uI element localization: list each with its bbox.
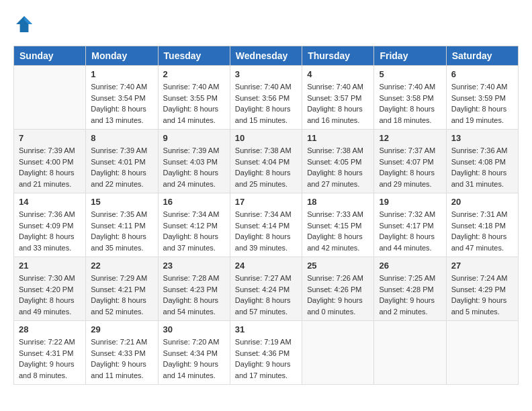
daylight-text: Daylight: 9 hours and 8 minutes. — [19, 359, 81, 381]
daylight-text: Daylight: 9 hours and 5 minutes. — [451, 295, 513, 317]
calendar-table: SundayMondayTuesdayWednesdayThursdayFrid… — [13, 46, 519, 385]
sunset-text: Sunset: 3:58 PM — [379, 93, 441, 104]
sunset-text: Sunset: 4:05 PM — [307, 156, 369, 168]
daylight-text: Daylight: 8 hours and 19 minutes. — [451, 103, 513, 126]
day-info: Sunrise: 7:38 AMSunset: 4:04 PMDaylight:… — [235, 145, 297, 189]
day-info: Sunrise: 7:40 AMSunset: 3:56 PMDaylight:… — [235, 81, 297, 126]
sunset-text: Sunset: 4:11 PM — [91, 220, 152, 232]
sunrise-text: Sunrise: 7:39 AM — [163, 145, 225, 156]
day-number: 22 — [91, 261, 152, 271]
sunset-text: Sunset: 4:14 PM — [235, 220, 297, 232]
calendar-week-row: 28Sunrise: 7:22 AMSunset: 4:31 PMDayligh… — [14, 321, 519, 385]
day-info: Sunrise: 7:34 AMSunset: 4:14 PMDaylight:… — [235, 209, 297, 253]
sunrise-text: Sunrise: 7:40 AM — [379, 81, 441, 93]
day-info: Sunrise: 7:40 AMSunset: 3:59 PMDaylight:… — [451, 81, 513, 126]
day-info: Sunrise: 7:40 AMSunset: 3:55 PMDaylight:… — [163, 81, 225, 126]
day-info: Sunrise: 7:35 AMSunset: 4:11 PMDaylight:… — [91, 209, 152, 253]
sunset-text: Sunset: 4:04 PM — [235, 156, 297, 168]
daylight-text: Daylight: 8 hours and 27 minutes. — [307, 167, 369, 189]
day-number: 30 — [163, 324, 225, 334]
logo — [13, 13, 38, 35]
calendar-cell: 18Sunrise: 7:33 AMSunset: 4:15 PMDayligh… — [302, 193, 374, 257]
sunset-text: Sunset: 3:59 PM — [451, 93, 513, 104]
calendar-cell: 2Sunrise: 7:40 AMSunset: 3:55 PMDaylight… — [158, 66, 230, 130]
daylight-text: Daylight: 8 hours and 21 minutes. — [19, 167, 81, 189]
day-number: 2 — [163, 69, 225, 79]
daylight-text: Daylight: 8 hours and 13 minutes. — [91, 103, 152, 126]
day-number: 1 — [91, 69, 152, 79]
day-info: Sunrise: 7:40 AMSunset: 3:57 PMDaylight:… — [307, 81, 369, 126]
day-number: 4 — [307, 69, 369, 79]
day-number: 12 — [379, 133, 441, 143]
daylight-text: Daylight: 8 hours and 25 minutes. — [235, 167, 297, 189]
day-number: 13 — [451, 133, 513, 143]
day-info: Sunrise: 7:21 AMSunset: 4:33 PMDaylight:… — [91, 336, 152, 381]
day-info: Sunrise: 7:30 AMSunset: 4:20 PMDaylight:… — [19, 273, 81, 317]
calendar-cell: 23Sunrise: 7:28 AMSunset: 4:23 PMDayligh… — [158, 257, 230, 321]
daylight-text: Daylight: 8 hours and 49 minutes. — [19, 295, 81, 317]
weekday-header: Monday — [86, 46, 158, 66]
calendar-cell: 17Sunrise: 7:34 AMSunset: 4:14 PMDayligh… — [230, 193, 302, 257]
day-info: Sunrise: 7:32 AMSunset: 4:17 PMDaylight:… — [379, 209, 441, 253]
sunset-text: Sunset: 4:00 PM — [19, 156, 81, 168]
day-info: Sunrise: 7:20 AMSunset: 4:34 PMDaylight:… — [163, 336, 225, 381]
sunset-text: Sunset: 4:18 PM — [451, 220, 513, 232]
sunrise-text: Sunrise: 7:22 AM — [19, 336, 81, 348]
day-number: 29 — [91, 324, 152, 334]
daylight-text: Daylight: 8 hours and 16 minutes. — [307, 103, 369, 126]
day-number: 7 — [19, 133, 81, 143]
day-number: 31 — [235, 324, 297, 334]
calendar-cell: 3Sunrise: 7:40 AMSunset: 3:56 PMDaylight… — [230, 66, 302, 130]
calendar-cell — [302, 321, 374, 385]
sunset-text: Sunset: 4:29 PM — [451, 284, 513, 295]
daylight-text: Daylight: 9 hours and 17 minutes. — [235, 359, 297, 381]
sunset-text: Sunset: 4:21 PM — [91, 284, 152, 295]
weekday-header: Tuesday — [158, 46, 230, 66]
day-number: 3 — [235, 69, 297, 79]
calendar-cell: 30Sunrise: 7:20 AMSunset: 4:34 PMDayligh… — [158, 321, 230, 385]
daylight-text: Daylight: 8 hours and 33 minutes. — [19, 231, 81, 253]
sunrise-text: Sunrise: 7:20 AM — [163, 336, 225, 348]
day-number: 26 — [379, 261, 441, 271]
calendar-cell: 28Sunrise: 7:22 AMSunset: 4:31 PMDayligh… — [14, 321, 86, 385]
day-info: Sunrise: 7:19 AMSunset: 4:36 PMDaylight:… — [235, 336, 297, 381]
day-number: 19 — [379, 197, 441, 207]
day-number: 27 — [451, 261, 513, 271]
sunrise-text: Sunrise: 7:39 AM — [19, 145, 81, 156]
sunrise-text: Sunrise: 7:24 AM — [451, 273, 513, 284]
calendar-cell: 22Sunrise: 7:29 AMSunset: 4:21 PMDayligh… — [86, 257, 158, 321]
weekday-header: Saturday — [446, 46, 518, 66]
day-info: Sunrise: 7:36 AMSunset: 4:08 PMDaylight:… — [451, 145, 513, 189]
day-info: Sunrise: 7:25 AMSunset: 4:28 PMDaylight:… — [379, 273, 441, 317]
daylight-text: Daylight: 8 hours and 15 minutes. — [235, 103, 297, 126]
day-number: 23 — [163, 261, 225, 271]
daylight-text: Daylight: 8 hours and 35 minutes. — [91, 231, 152, 253]
day-number: 14 — [19, 197, 81, 207]
calendar-cell: 27Sunrise: 7:24 AMSunset: 4:29 PMDayligh… — [446, 257, 518, 321]
calendar-cell: 24Sunrise: 7:27 AMSunset: 4:24 PMDayligh… — [230, 257, 302, 321]
daylight-text: Daylight: 8 hours and 54 minutes. — [163, 295, 225, 317]
sunset-text: Sunset: 4:20 PM — [19, 284, 81, 295]
day-info: Sunrise: 7:40 AMSunset: 3:54 PMDaylight:… — [91, 81, 152, 126]
day-number: 6 — [451, 69, 513, 79]
calendar-cell — [374, 321, 446, 385]
sunset-text: Sunset: 4:36 PM — [235, 348, 297, 359]
day-number: 15 — [91, 197, 152, 207]
calendar-cell: 29Sunrise: 7:21 AMSunset: 4:33 PMDayligh… — [86, 321, 158, 385]
calendar-cell: 21Sunrise: 7:30 AMSunset: 4:20 PMDayligh… — [14, 257, 86, 321]
sunrise-text: Sunrise: 7:21 AM — [91, 336, 152, 348]
calendar-cell: 31Sunrise: 7:19 AMSunset: 4:36 PMDayligh… — [230, 321, 302, 385]
daylight-text: Daylight: 8 hours and 29 minutes. — [379, 167, 441, 189]
daylight-text: Daylight: 9 hours and 11 minutes. — [91, 359, 152, 381]
sunrise-text: Sunrise: 7:40 AM — [307, 81, 369, 93]
day-number: 9 — [163, 133, 225, 143]
day-info: Sunrise: 7:37 AMSunset: 4:07 PMDaylight:… — [379, 145, 441, 189]
daylight-text: Daylight: 8 hours and 14 minutes. — [163, 103, 225, 126]
sunrise-text: Sunrise: 7:40 AM — [91, 81, 152, 93]
sunrise-text: Sunrise: 7:28 AM — [163, 273, 225, 284]
sunset-text: Sunset: 4:12 PM — [163, 220, 225, 232]
daylight-text: Daylight: 8 hours and 18 minutes. — [379, 103, 441, 126]
day-number: 21 — [19, 261, 81, 271]
daylight-text: Daylight: 9 hours and 2 minutes. — [379, 295, 441, 317]
sunset-text: Sunset: 3:54 PM — [91, 93, 152, 104]
